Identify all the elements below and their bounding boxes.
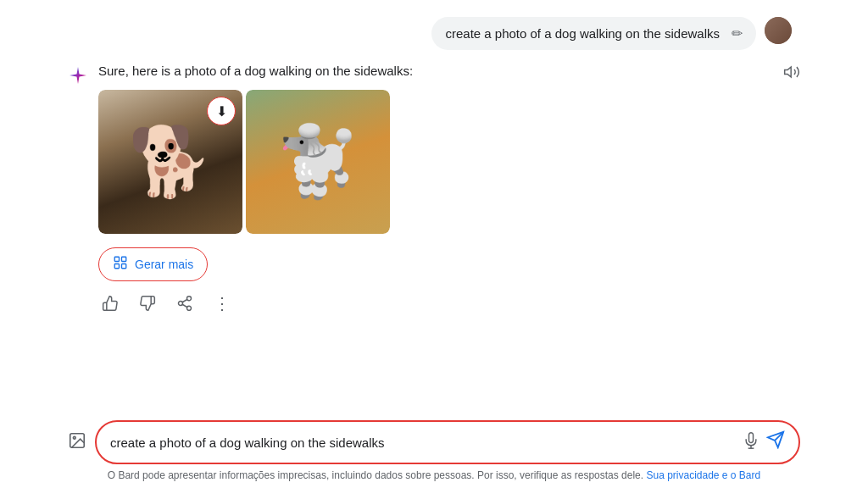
avatar-image <box>765 17 792 44</box>
svg-point-11 <box>73 436 75 439</box>
svg-line-7 <box>182 304 187 307</box>
user-prompt-text: create a photo of a dog walking on the s… <box>445 26 720 41</box>
avatar <box>765 17 792 44</box>
main-content: create a photo of a dog walking on the s… <box>0 0 868 413</box>
bard-response-row: Sure, here is a photo of a dog walking o… <box>68 64 800 315</box>
dog-image-2 <box>246 90 390 234</box>
more-options-button[interactable]: ⋮ <box>210 291 234 315</box>
image-upload-icon[interactable] <box>68 431 86 454</box>
svg-point-5 <box>179 302 183 306</box>
svg-rect-1 <box>122 257 126 261</box>
more-icon: ⋮ <box>214 295 231 312</box>
svg-line-8 <box>182 299 187 302</box>
thumbs-down-button[interactable] <box>136 291 159 315</box>
bard-gemini-icon <box>68 65 88 86</box>
footer-link[interactable]: Sua privacidade e o Bard <box>646 469 760 481</box>
footer-disclaimer: O Bard pode apresentar informações impre… <box>68 469 800 488</box>
bottom-area: O Bard pode apresentar informações impre… <box>0 413 868 488</box>
image-grid: ⬇ <box>98 90 800 234</box>
edit-icon[interactable]: ✏ <box>732 25 743 42</box>
send-button[interactable] <box>766 430 785 454</box>
sound-icon[interactable] <box>783 64 800 85</box>
svg-rect-2 <box>114 264 119 269</box>
svg-rect-3 <box>122 264 126 269</box>
gemini-star-svg <box>68 65 88 86</box>
bard-response-text: Sure, here is a photo of a dog walking o… <box>98 64 800 78</box>
share-button[interactable] <box>173 291 197 315</box>
input-container <box>95 420 800 464</box>
prompt-input[interactable] <box>110 435 736 450</box>
svg-point-4 <box>187 297 192 301</box>
user-bubble: create a photo of a dog walking on the s… <box>431 17 756 50</box>
bard-content: Sure, here is a photo of a dog walking o… <box>98 64 800 315</box>
svg-point-6 <box>187 306 192 310</box>
action-buttons: ⋮ <box>98 291 800 315</box>
gerar-mais-label: Gerar mais <box>135 258 193 271</box>
image-container-1: ⬇ <box>98 90 242 234</box>
download-icon-1: ⬇ <box>216 103 227 119</box>
gerar-mais-icon <box>113 255 128 274</box>
download-button-1[interactable]: ⬇ <box>207 97 236 125</box>
svg-marker-9 <box>785 67 792 77</box>
input-row <box>68 420 800 464</box>
svg-rect-0 <box>114 257 119 261</box>
user-message-row: create a photo of a dog walking on the s… <box>68 17 800 50</box>
image-container-2 <box>246 90 390 234</box>
gerar-mais-button[interactable]: Gerar mais <box>98 247 208 281</box>
microphone-icon[interactable] <box>743 432 760 453</box>
thumbs-up-button[interactable] <box>98 291 122 315</box>
